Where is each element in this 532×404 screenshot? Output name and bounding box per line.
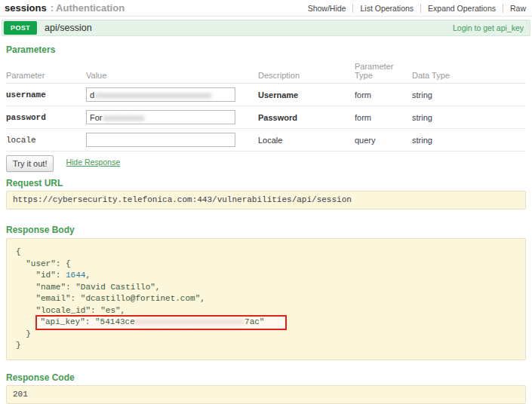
endpoint-bar[interactable]: POST api/session Login to get api_key — [2, 20, 530, 36]
json-line-api-key: "api_key": "54143cexxxxxxxxxxxxxxxxxxxxx… — [16, 317, 516, 329]
page-title: sessions: Authentication — [5, 2, 125, 14]
param-row-password: password For xxxxxxxxxx Password form st… — [6, 106, 526, 129]
json-id-comma: , — [85, 271, 91, 280]
json-line-name: "name": "David Castillo", — [16, 282, 516, 294]
try-it-out-button[interactable]: Try it out! — [6, 155, 54, 172]
json-apikey-indent — [16, 317, 35, 326]
col-description: Description — [258, 71, 355, 80]
col-parameter: Parameter — [6, 71, 86, 80]
json-line-user: "user": { — [16, 259, 516, 271]
col-value: Value — [86, 71, 258, 80]
password-value-visible: For — [90, 113, 103, 122]
page-header: sessions: Authentication Show/Hide List … — [0, 0, 532, 17]
param-description: Password — [258, 113, 355, 122]
resource-description: : Authentication — [51, 2, 125, 14]
param-name: locale — [6, 136, 86, 145]
request-url-block: https://cybersecurity.telefonica.com:443… — [6, 191, 526, 210]
json-line-open: { — [16, 246, 516, 259]
list-operations-link[interactable]: List Operations — [352, 4, 420, 13]
api-key-highlight-box: "api_key": "54143cexxxxxxxxxxxxxxxxxxxxx… — [35, 315, 287, 330]
swagger-operation-page: { "header": { "title": "sessions", "subt… — [0, 0, 532, 404]
response-code-value: 201 — [13, 390, 28, 399]
param-description: Locale — [258, 136, 355, 145]
username-input[interactable]: d xxxxxxxxxxxxxxxxxxxxxxxxxxxx — [86, 87, 235, 102]
param-row-locale: locale Locale query string — [6, 129, 526, 152]
request-url-heading: Request URL — [6, 178, 526, 188]
param-description: Username — [258, 90, 355, 99]
param-type: form — [355, 113, 412, 122]
response-body-heading: Response Body — [6, 225, 526, 235]
username-value-visible: d — [90, 90, 94, 99]
api-key-prefix: "api_key": "54143ce — [40, 317, 134, 326]
json-line-close: } — [16, 340, 516, 352]
resource-name: sessions — [5, 2, 47, 14]
password-input[interactable]: For xxxxxxxxxx — [86, 110, 235, 124]
col-data-type: Data Type — [412, 71, 526, 80]
response-code-block: 201 — [6, 385, 526, 404]
param-data-type: string — [412, 90, 526, 99]
http-method-badge[interactable]: POST — [4, 21, 37, 35]
header-links: Show/Hide List Operations Expand Operati… — [301, 4, 527, 13]
raw-link[interactable]: Raw — [503, 4, 527, 13]
json-line-id: "id": 1644, — [16, 270, 516, 282]
json-id-number: 1644 — [66, 271, 85, 280]
col-parameter-type: Parameter Type — [355, 62, 412, 80]
json-line-email: "email": "dcastillo@fortinet.com", — [16, 293, 516, 305]
response-code-heading: Response Code — [6, 372, 526, 383]
json-id-key: "id": — [16, 271, 66, 280]
param-type: query — [355, 136, 412, 145]
show-hide-link[interactable]: Show/Hide — [301, 4, 353, 13]
json-line-close-user: } — [16, 329, 516, 341]
locale-input[interactable] — [86, 133, 235, 147]
parameters-heading: Parameters — [6, 44, 526, 55]
param-name: username — [6, 90, 86, 99]
param-row-username: username d xxxxxxxxxxxxxxxxxxxxxxxxxxxx … — [6, 84, 526, 106]
parameters-table-header: Parameter Value Description Parameter Ty… — [6, 55, 526, 84]
endpoint-path[interactable]: api/session — [45, 23, 92, 33]
expand-operations-link[interactable]: Expand Operations — [420, 4, 503, 13]
response-body-block: { "user": { "id": 1644, "name": "David C… — [6, 238, 526, 360]
api-key-redacted: xxxxxxxxxxxxxxxxxxxxxx — [135, 317, 244, 326]
hide-response-link[interactable]: Hide Response — [66, 158, 120, 167]
username-value-redacted: xxxxxxxxxxxxxxxxxxxxxxxxxxxx — [95, 90, 211, 99]
param-data-type: string — [412, 136, 526, 145]
operation-content: Parameters Parameter Value Description P… — [0, 44, 532, 404]
param-data-type: string — [412, 113, 526, 122]
password-value-redacted: xxxxxxxxxx — [103, 113, 145, 122]
param-type: form — [355, 90, 412, 99]
api-key-suffix: 7ac" — [244, 317, 264, 326]
login-api-key-link[interactable]: Login to get api_key — [453, 23, 524, 32]
actions-row: Try it out! Hide Response — [6, 155, 526, 172]
param-name: password — [6, 113, 86, 122]
request-url-text: https://cybersecurity.telefonica.com:443… — [13, 195, 352, 204]
